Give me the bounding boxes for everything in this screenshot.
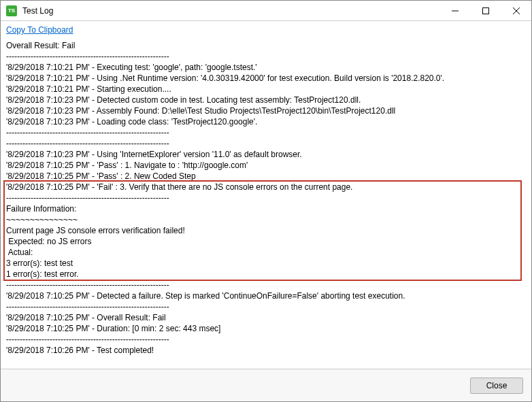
log-line: Expected: no JS errors (6, 236, 526, 247)
log-line: '8/29/2018 7:10:21 PM' - Executing test:… (6, 62, 526, 73)
log-line: Failure Information: (6, 203, 526, 214)
close-button[interactable]: Close (470, 378, 523, 394)
log-line: 3 error(s): test test (6, 258, 526, 269)
log-line: '8/29/2018 7:10:25 PM' - 'Pass' : 2. New… (6, 171, 526, 182)
log-line: '8/29/2018 7:10:25 PM' - Duration: [0 mi… (6, 323, 526, 334)
log-line: '8/29/2018 7:10:25 PM' - Overall Result:… (6, 312, 526, 323)
log-line: '8/29/2018 7:10:21 PM' - Using .Net Runt… (6, 73, 526, 84)
log-line: '8/29/2018 7:10:23 PM' - Using 'Internet… (6, 149, 526, 160)
log-line: ----------------------------------------… (6, 280, 526, 290)
log-area[interactable]: Overall Result: Fail--------------------… (1, 37, 531, 369)
log-line: Actual: (6, 247, 526, 258)
maximize-icon (482, 7, 489, 14)
log-content: Overall Result: Fail--------------------… (6, 40, 526, 356)
log-line: '8/29/2018 7:10:25 PM' - Detected a fail… (6, 290, 526, 301)
window-title: Test Log (22, 6, 439, 16)
minimize-icon (452, 7, 459, 14)
maximize-button[interactable] (470, 1, 501, 20)
log-line: '8/29/2018 7:10:25 PM' - 'Fail' : 3. Ver… (6, 182, 526, 192)
copy-to-clipboard-link[interactable]: Copy To Clipboard (6, 25, 73, 35)
log-line: Current page JS console errors verificat… (6, 225, 526, 236)
log-line: '8/29/2018 7:10:23 PM' - Detected custom… (6, 95, 526, 105)
svg-rect-1 (482, 7, 488, 14)
footer: Close (1, 369, 531, 401)
log-line: '8/29/2018 7:10:23 PM' - Loading code cl… (6, 116, 526, 127)
log-line: '8/29/2018 7:10:23 PM' - Assembly Found:… (6, 105, 526, 116)
log-line: ~~~~~~~~~~~~~~~ (6, 214, 526, 225)
log-line: ----------------------------------------… (6, 334, 526, 345)
log-line: '8/29/2018 7:10:25 PM' - 'Pass' : 1. Nav… (6, 160, 526, 171)
log-line: Overall Result: Fail (6, 40, 526, 51)
log-line: ----------------------------------------… (6, 192, 526, 203)
log-line: ----------------------------------------… (6, 138, 526, 149)
log-line: 1 error(s): test error. (6, 269, 526, 280)
log-line: ----------------------------------------… (6, 301, 526, 312)
app-icon: TS (6, 5, 17, 16)
close-icon (513, 7, 520, 14)
window-controls (439, 1, 531, 20)
toolbar: Copy To Clipboard (1, 21, 531, 37)
minimize-button[interactable] (439, 1, 470, 20)
log-line: ----------------------------------------… (6, 51, 526, 62)
close-window-button[interactable] (501, 1, 531, 20)
log-line: '8/29/2018 7:10:21 PM' - Starting execut… (6, 84, 526, 95)
titlebar: TS Test Log (1, 1, 531, 21)
log-line: ----------------------------------------… (6, 127, 526, 138)
log-line: '8/29/2018 7:10:26 PM' - Test completed! (6, 345, 526, 356)
